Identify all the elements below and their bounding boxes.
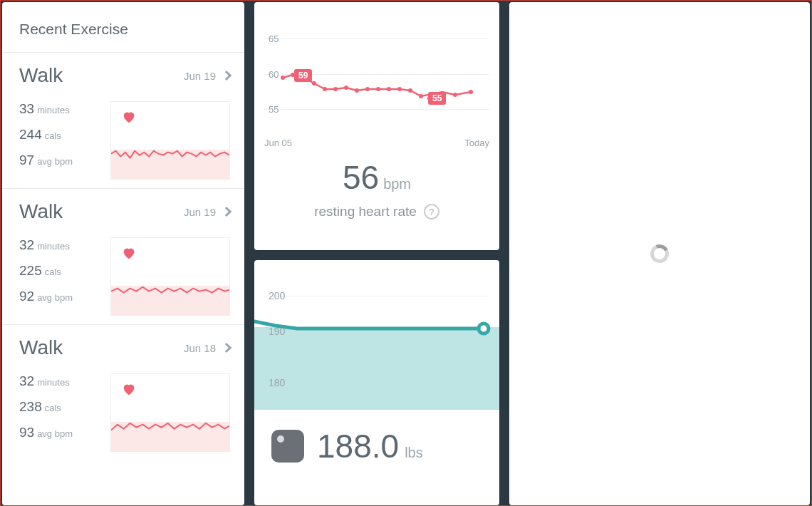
exercise-date-text: Jun 19 <box>184 206 216 218</box>
exercise-item-header[interactable]: Walk Jun 18 <box>19 336 230 359</box>
x-axis-start: Jun 05 <box>264 138 292 148</box>
bpm-value: 93 <box>19 425 34 440</box>
y-tick: 200 <box>269 290 285 301</box>
exercise-type: Walk <box>19 200 63 223</box>
spinner-icon <box>647 242 671 265</box>
exercise-item: Walk Jun 18 32minutes 238cals 93avg bpm <box>2 324 244 460</box>
svg-point-14 <box>453 93 457 97</box>
y-tick: 190 <box>269 326 285 337</box>
heart-rate-callout-start: 59 <box>294 69 312 82</box>
heart-rate-chart[interactable]: 65 60 55 59 55 <box>264 12 489 133</box>
svg-point-5 <box>333 87 338 91</box>
bpm-unit: avg bpm <box>37 428 73 439</box>
weight-card: 200 190 180 188.0lbs <box>254 260 499 505</box>
svg-point-0 <box>281 76 285 80</box>
cals-unit: cals <box>45 267 61 277</box>
chevron-right-icon <box>222 343 231 353</box>
minutes-unit: minutes <box>37 105 70 115</box>
svg-point-4 <box>323 87 327 91</box>
svg-point-11 <box>397 87 402 91</box>
bpm-value: 97 <box>19 153 34 167</box>
cals-unit: cals <box>45 130 61 141</box>
loading-card <box>509 2 810 505</box>
exercise-date: Jun 19 <box>184 70 230 82</box>
exercise-date-text: Jun 19 <box>184 70 216 82</box>
recent-exercise-card: Recent Exercise Walk Jun 19 33minutes 24… <box>2 2 244 505</box>
minutes-value: 32 <box>19 373 34 388</box>
exercise-thumbnail[interactable] <box>110 237 230 316</box>
cals-value: 225 <box>19 263 42 278</box>
bpm-value: 92 <box>19 289 34 304</box>
exercise-type: Walk <box>19 336 63 359</box>
svg-point-10 <box>387 87 391 91</box>
heart-rate-unit: bpm <box>383 176 411 192</box>
minutes-unit: minutes <box>37 241 70 252</box>
help-icon[interactable]: ? <box>424 204 439 220</box>
weight-chart[interactable]: 200 190 180 <box>254 274 499 410</box>
resting-heart-rate-card: 65 60 55 59 55 Jun 05 Today <box>254 2 499 250</box>
bpm-unit: avg bpm <box>37 292 73 303</box>
scale-icon <box>271 430 304 463</box>
heart-rate-subtitle: resting heart rate <box>314 204 417 220</box>
svg-point-6 <box>344 86 348 90</box>
cals-value: 238 <box>19 399 42 414</box>
svg-point-12 <box>408 88 412 93</box>
svg-point-8 <box>365 87 370 91</box>
exercise-type: Walk <box>19 64 63 87</box>
cals-value: 244 <box>19 127 42 142</box>
y-tick: 180 <box>269 377 285 388</box>
minutes-unit: minutes <box>37 377 70 388</box>
weight-value: 188.0 <box>317 428 399 465</box>
exercise-date-text: Jun 18 <box>184 342 216 354</box>
svg-point-15 <box>469 90 473 94</box>
chevron-right-icon <box>222 71 231 81</box>
minutes-value: 33 <box>19 101 34 116</box>
minutes-value: 32 <box>19 237 34 252</box>
exercise-item: Walk Jun 19 32minutes 225cals 92avg bpm <box>2 188 244 324</box>
weight-unit: lbs <box>405 445 423 460</box>
exercise-item-header[interactable]: Walk Jun 19 <box>19 200 230 223</box>
x-axis-end: Today <box>464 138 489 148</box>
recent-exercise-title: Recent Exercise <box>2 2 244 52</box>
svg-point-16 <box>479 324 489 334</box>
svg-point-3 <box>312 81 316 86</box>
chevron-right-icon <box>222 207 231 217</box>
heart-rate-callout-end: 55 <box>428 92 446 105</box>
exercise-date: Jun 18 <box>184 342 230 354</box>
exercise-thumbnail[interactable] <box>110 101 230 180</box>
exercise-item: Walk Jun 19 33minutes 244cals 97avg bpm <box>2 52 244 188</box>
svg-point-9 <box>376 87 380 91</box>
bpm-unit: avg bpm <box>37 156 73 167</box>
svg-point-7 <box>355 88 359 93</box>
svg-point-13 <box>419 94 423 98</box>
heart-rate-value: 56 <box>343 159 379 196</box>
exercise-item-header[interactable]: Walk Jun 19 <box>19 64 230 87</box>
exercise-thumbnail[interactable] <box>110 373 230 452</box>
cals-unit: cals <box>45 403 61 413</box>
exercise-date: Jun 19 <box>184 206 230 218</box>
